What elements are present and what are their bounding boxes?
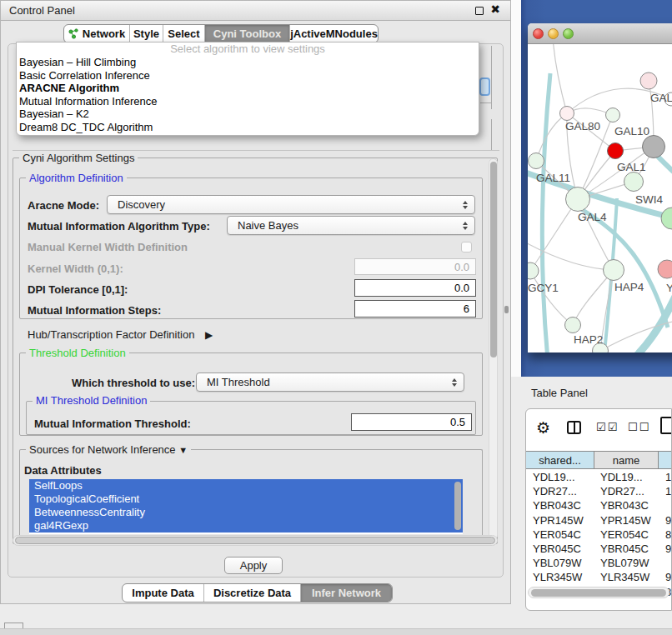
table-row[interactable]: YBL079W YBL079W xyxy=(526,556,672,570)
panel-splitter-handle[interactable] xyxy=(504,306,509,313)
table-row[interactable]: YBR045C YBR045C 9. xyxy=(526,542,672,556)
list-item[interactable]: SelfLoops xyxy=(29,479,463,492)
list-item[interactable]: gal4RGexp xyxy=(29,519,463,532)
zoom-traffic-light-icon[interactable] xyxy=(563,28,574,39)
control-panel-titlebar[interactable]: Control Panel ✖ xyxy=(1,1,510,21)
aracne-mode-select[interactable]: Discovery xyxy=(107,195,475,214)
tab-cyni-toolbox[interactable]: Cyni Toolbox xyxy=(204,25,289,42)
network-node-gray[interactable] xyxy=(643,136,665,158)
mi-steps-field[interactable]: 6 xyxy=(354,300,476,318)
focused-stepper-fragment[interactable] xyxy=(479,78,490,96)
checked-boxes-icon[interactable]: ☑☑ xyxy=(596,421,619,433)
node-label: GAL4 xyxy=(578,211,607,223)
network-node[interactable] xyxy=(528,262,539,279)
tab-infer-network[interactable]: Infer Network xyxy=(300,584,392,602)
table-cell: YDR27... xyxy=(526,484,595,498)
dropdown-item[interactable]: Mutual Information Inference xyxy=(17,95,479,108)
network-node[interactable] xyxy=(661,208,672,229)
dropdown-item[interactable]: Bayesian – K2 xyxy=(17,108,479,121)
columns-icon[interactable] xyxy=(567,421,581,434)
table-cell: YBR045C xyxy=(526,542,595,556)
table-row[interactable]: YER054C YER054C 8. xyxy=(526,528,672,542)
which-threshold-select[interactable]: MI Threshold xyxy=(196,372,464,392)
list-item[interactable]: BetweennessCentrality xyxy=(29,506,463,519)
dropdown-item[interactable]: Basic Correlation Inference xyxy=(17,69,479,82)
tab-network[interactable]: Network xyxy=(64,25,129,42)
float-window-icon[interactable] xyxy=(475,7,484,15)
table-panel: ⚙ ☑☑ ☐☐ shared... name YDL19... YDL19...… xyxy=(525,408,672,611)
tab-select[interactable]: Select xyxy=(163,25,204,42)
settings-scrollbar-thumb[interactable] xyxy=(490,162,497,358)
close-traffic-light-icon[interactable] xyxy=(533,28,544,39)
tab-impute-data[interactable]: Impute Data xyxy=(123,584,203,602)
table-row[interactable]: YDL19... YDL19... 13 xyxy=(526,470,672,484)
hub-definition-expander[interactable]: Hub/Transcription Factor Definition ▶ xyxy=(28,328,213,341)
settings-hscrollbar[interactable] xyxy=(13,535,498,546)
table-hscrollbar-thumb[interactable] xyxy=(531,589,666,597)
close-icon[interactable]: ✖ xyxy=(490,2,500,16)
mi-type-value: Naive Bayes xyxy=(238,219,298,232)
table-row[interactable]: YDR27... YDR27... 12 xyxy=(526,484,672,498)
table-header: shared... name xyxy=(526,451,672,469)
network-node[interactable] xyxy=(604,260,624,281)
dropdown-item[interactable]: Bayesian – Hill Climbing xyxy=(17,56,479,69)
list-item[interactable]: TopologicalCoefficient xyxy=(29,492,463,506)
column-header-name[interactable]: name xyxy=(594,451,659,469)
apply-button[interactable]: Apply xyxy=(224,557,283,574)
network-node[interactable] xyxy=(560,107,574,121)
node-label: GCY1 xyxy=(528,282,559,294)
tab-label: Network xyxy=(83,28,125,40)
network-window-titlebar[interactable] xyxy=(528,23,672,44)
table-cell: YBR045C xyxy=(595,542,660,556)
table-cell xyxy=(660,556,672,570)
list-scrollbar-thumb[interactable] xyxy=(454,482,461,530)
minimize-traffic-light-icon[interactable] xyxy=(548,28,559,39)
tab-label: Cyni Toolbox xyxy=(213,28,281,40)
mi-type-select[interactable]: Naive Bayes xyxy=(227,216,475,235)
network-canvas[interactable]: GAL80 GAL10 GAL1 GAL11 SWI4 GAL4 GCY1 HA… xyxy=(528,44,672,352)
table-row[interactable]: YPR145W YPR145W 9. xyxy=(526,513,672,528)
hidden-group-border xyxy=(480,102,492,103)
dropdown-item[interactable]: Dream8 DC_TDC Algorithm xyxy=(17,121,479,134)
panel-gap xyxy=(511,0,521,377)
tab-discretize-data[interactable]: Discretize Data xyxy=(203,584,300,602)
dropdown-item-selected[interactable]: ARACNE Algorithm xyxy=(17,82,479,95)
table-row[interactable]: YLR345W YLR345W 9. xyxy=(526,570,672,584)
sources-expander[interactable]: Sources for Network Inference ▼ xyxy=(26,444,191,456)
table-row[interactable]: YBR043C YBR043C xyxy=(526,498,672,512)
new-table-icon[interactable] xyxy=(660,417,672,434)
network-node[interactable] xyxy=(640,72,657,89)
network-node[interactable] xyxy=(658,260,672,278)
network-node[interactable] xyxy=(606,108,620,122)
settings-hscrollbar-thumb[interactable] xyxy=(15,537,495,544)
which-threshold-label: Which threshold to use: xyxy=(72,377,195,389)
dpi-tolerance-field[interactable]: 0.0 xyxy=(354,279,476,297)
network-node[interactable] xyxy=(529,153,544,169)
tab-style[interactable]: Style xyxy=(129,25,163,42)
column-header-shared-name[interactable]: shared... xyxy=(525,451,594,469)
manual-kernel-checkbox[interactable] xyxy=(461,242,472,252)
network-node[interactable] xyxy=(566,188,590,212)
network-node[interactable] xyxy=(565,318,581,333)
data-attributes-list[interactable]: SelfLoops TopologicalCoefficient Between… xyxy=(29,479,463,534)
gear-icon[interactable]: ⚙ xyxy=(536,418,550,438)
table-cell: YDL19... xyxy=(595,470,660,484)
network-node-red[interactable] xyxy=(608,143,624,159)
node-label: HAP4 xyxy=(614,281,644,293)
mi-steps-value: 6 xyxy=(464,302,469,315)
tab-label: Style xyxy=(133,28,159,40)
column-header-clipped[interactable] xyxy=(658,451,672,469)
network-view-window[interactable]: GAL80 GAL10 GAL1 GAL11 SWI4 GAL4 GCY1 HA… xyxy=(528,23,672,352)
unchecked-boxes-icon[interactable]: ☐☐ xyxy=(628,421,650,433)
kernel-width-value: 0.0 xyxy=(454,261,469,273)
table-hscrollbar[interactable] xyxy=(528,587,669,598)
tab-jactivemnodules[interactable]: jActiveMNodules xyxy=(289,25,378,42)
mi-threshold-field[interactable]: 0.5 xyxy=(351,413,472,431)
algorithm-dropdown-list: Select algorithm to view settings Bayesi… xyxy=(16,42,479,136)
tab-label: Impute Data xyxy=(132,587,193,599)
expand-right-icon: ▶ xyxy=(205,329,213,341)
node-label: GAL xyxy=(650,92,672,104)
settings-scrollbar[interactable] xyxy=(489,158,498,540)
table-cell: 9. xyxy=(660,570,672,584)
network-node[interactable] xyxy=(624,172,644,192)
